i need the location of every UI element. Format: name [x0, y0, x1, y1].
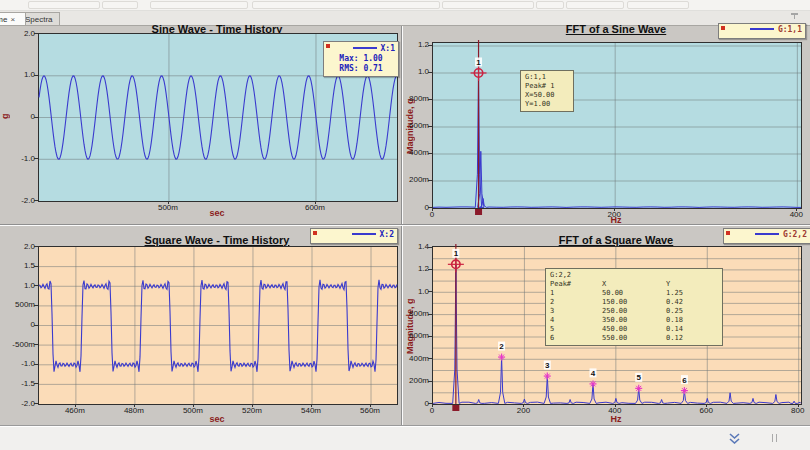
y-tick-label: 400m [401, 354, 429, 363]
y-tick-mark [34, 158, 38, 159]
collapse-double-chevron-icon[interactable] [728, 433, 742, 444]
x-tick-mark [315, 201, 316, 204]
y-tick-mark [34, 344, 38, 345]
toolbar [0, 0, 810, 11]
toolbar-group [627, 1, 689, 9]
svg-text:1: 1 [454, 249, 459, 258]
x-tick-label: 200 [503, 406, 543, 415]
y-tick-label: 800m [401, 309, 429, 318]
x-tick-label: 0 [412, 406, 452, 415]
annotation-row: 5450.000.14 [550, 325, 718, 334]
sine-fft-chart[interactable]: 1 [432, 42, 802, 209]
legend-series-label: G:1,1 [778, 25, 802, 34]
y-tick-label: 1.4 [401, 242, 429, 251]
x-tick-mark [252, 404, 253, 407]
y-tick-label: 400m [401, 148, 429, 157]
y-tick-label: -1.5 [7, 379, 35, 388]
annotation-row: 2150.000.42 [550, 298, 718, 307]
annotation-row: 4350.000.18 [550, 316, 718, 325]
y-tick-label: 1.2 [401, 264, 429, 273]
legend-marker-icon [726, 231, 730, 235]
x-tick-mark [432, 404, 433, 407]
x-tick-label: 500m [148, 203, 188, 212]
y-tick-mark [34, 285, 38, 286]
x-tick-label: 520m [232, 406, 272, 415]
panel-sine-fft: FFT of a Sine Wave G:1,1 1 G:1,1Peak# 1X… [404, 26, 810, 224]
y-tick-mark [428, 180, 432, 181]
tab-close-icon[interactable]: × [10, 15, 15, 24]
y-tick-mark [34, 75, 38, 76]
x-tick-mark [75, 404, 76, 407]
toolbar-group [102, 1, 138, 9]
x-tick-label: 600m [295, 203, 335, 212]
y-tick-label: 200m [401, 376, 429, 385]
svg-text:1: 1 [476, 58, 481, 67]
splitter-horizontal[interactable] [0, 224, 810, 226]
legend-series-label: X:1 [381, 44, 395, 53]
toolbar-group [566, 1, 624, 9]
y-tick-label: 2.0 [7, 29, 35, 38]
y-tick-label: 800m [401, 94, 429, 103]
toolbar-group [536, 1, 564, 9]
x-tick-label: 500m [173, 406, 213, 415]
toolbar-group [252, 1, 440, 9]
y-tick-label: 0 [7, 320, 35, 329]
square-time-chart[interactable] [38, 246, 398, 405]
y-tick-mark [428, 358, 432, 359]
y-tick-label: 1.0 [401, 287, 429, 296]
legend-marker-icon [721, 26, 725, 30]
y-tick-label: 1.0 [401, 67, 429, 76]
tab-time[interactable]: Time × [0, 12, 26, 25]
y-tick-label: 1.2 [401, 40, 429, 49]
legend-square-time[interactable]: X:2 [310, 228, 398, 244]
y-tick-mark [34, 33, 38, 34]
annotation-line: G:1,1 [525, 73, 569, 82]
y-tick-mark [34, 403, 38, 404]
legend-series-label: G:2,2 [783, 230, 807, 239]
y-tick-label: -2.0 [7, 399, 35, 408]
x-tick-label: 400 [595, 406, 635, 415]
y-tick-mark [428, 99, 432, 100]
y-tick-mark [428, 269, 432, 270]
y-tick-mark [428, 381, 432, 382]
svg-text:3: 3 [545, 361, 550, 370]
legend-sine-fft[interactable]: G:1,1 [718, 23, 806, 39]
x-tick-mark [798, 404, 799, 407]
annotation-row: 150.001.25 [550, 289, 718, 298]
y-tick-mark [34, 266, 38, 267]
y-tick-mark [428, 153, 432, 154]
x-tick-label: 600 [686, 406, 726, 415]
status-bar [0, 425, 810, 450]
x-tick-mark [370, 404, 371, 407]
legend-square-fft[interactable]: G:2,2 [723, 228, 810, 244]
y-tick-mark [428, 291, 432, 292]
legend-marker-icon [326, 44, 330, 48]
pin-icon[interactable] [791, 12, 798, 20]
legend-sine-time[interactable]: X:1 Max: 1.00 RMS: 0.71 [323, 41, 399, 77]
x-tick-label: 540m [291, 406, 331, 415]
x-tick-label: 460m [55, 406, 95, 415]
legend-max-value: Max: 1.00 [324, 54, 398, 64]
x-axis-label: sec [38, 208, 396, 218]
x-tick-mark [615, 404, 616, 407]
annotation-row: 3250.000.25 [550, 307, 718, 316]
peak-annotation[interactable]: G:1,1Peak# 1X=50.00Y=1.00 [520, 70, 574, 112]
annotation-line: X=50.00 [525, 91, 569, 100]
x-tick-mark [796, 208, 797, 211]
toolbar-group [150, 1, 248, 9]
grip-icon [772, 434, 777, 442]
x-tick-mark [706, 404, 707, 407]
svg-text:5: 5 [636, 373, 641, 382]
plot-grid: Sine Wave - Time History X:1 Max: 1.00 R… [0, 26, 810, 425]
toolbar-group [442, 1, 534, 9]
y-tick-mark [34, 246, 38, 247]
y-tick-label: 1.0 [7, 70, 35, 79]
y-tick-label: 600m [401, 331, 429, 340]
x-tick-mark [523, 404, 524, 407]
y-tick-label: -500m [7, 340, 35, 349]
x-axis-label: Hz [432, 414, 800, 424]
peak-list-annotation[interactable]: G:2,2Peak#XY150.001.252150.000.423250.00… [545, 268, 723, 346]
legend-line-sample [353, 47, 377, 49]
x-tick-label: 800 [778, 406, 810, 415]
toolbar-group [28, 1, 100, 9]
